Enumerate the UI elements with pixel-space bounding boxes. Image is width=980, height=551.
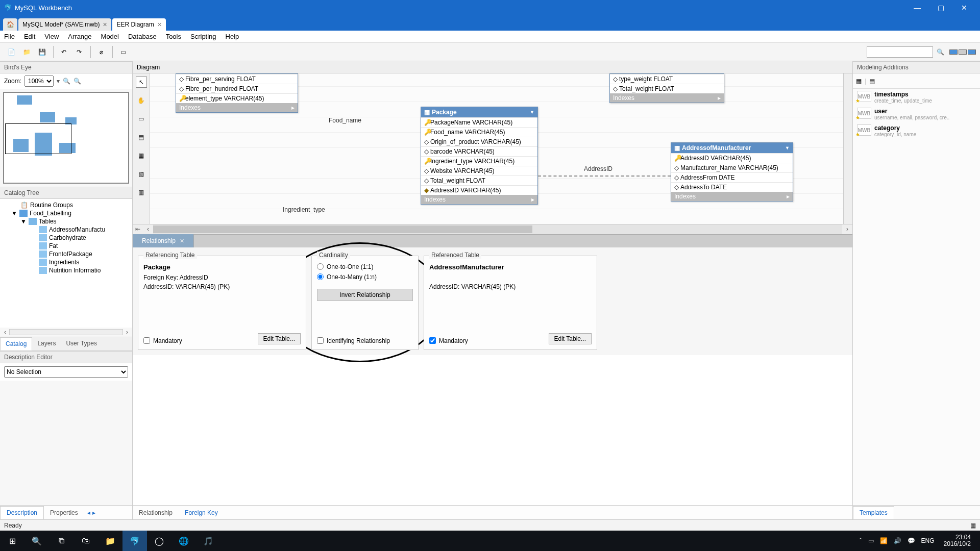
menu-edit[interactable]: Edit — [24, 33, 35, 40]
tool-layer[interactable] — [136, 132, 147, 143]
history-fwd-icon[interactable]: ▸ — [92, 509, 95, 516]
chrome-icon[interactable]: 🌐 — [172, 531, 196, 551]
menu-scripting[interactable]: Scripting — [190, 33, 216, 40]
tool-image[interactable] — [136, 168, 147, 180]
layout-mid-icon[interactable] — [959, 49, 967, 55]
template-item[interactable]: MWB categorycategory_id, name — [853, 122, 980, 139]
menu-tools[interactable]: Tools — [166, 33, 181, 40]
tab-eer-diagram[interactable]: EER Diagram ✕ — [112, 18, 165, 31]
volume-icon[interactable]: 🔊 — [894, 537, 901, 544]
canvas-hscrollbar[interactable]: ⇤‹ › — [133, 224, 852, 234]
tab-templates[interactable]: Templates — [853, 506, 894, 519]
tree-tables-folder[interactable]: Tables — [39, 218, 57, 225]
tab-model[interactable]: MySQL Model* (SAVE.mwb) ✕ — [18, 18, 111, 31]
edit-table-button-right[interactable]: Edit Table... — [549, 333, 592, 344]
catalog-tree[interactable]: 📋Routine Groups ▼Food_Labelling ▼Tables … — [0, 199, 132, 328]
diagram-canvas[interactable]: ◇Fibre_per_serving FLOAT ◇Fibre_per_hund… — [150, 73, 843, 224]
tree-scrollbar[interactable]: ‹› — [0, 328, 132, 337]
zoom-select[interactable]: 100% — [24, 76, 54, 87]
erd-table-partial-left[interactable]: ◇Fibre_per_serving FLOAT ◇Fibre_per_hund… — [176, 73, 298, 113]
close-icon[interactable]: ✕ — [103, 21, 107, 28]
erd-table-address[interactable]: ▦AddressofManufacturer▼ 🔑AddressID VARCH… — [671, 142, 793, 202]
start-button[interactable]: ⊞ — [0, 531, 24, 551]
tool-erase[interactable] — [136, 113, 147, 124]
mandatory-checkbox-right[interactable]: Mandatory — [429, 337, 468, 344]
tab-relationship[interactable]: Relationship — [133, 507, 179, 519]
identifying-checkbox[interactable]: Identifying Relationship — [317, 337, 413, 344]
birds-eye-view[interactable] — [3, 92, 129, 184]
tab-catalog[interactable]: Catalog — [0, 337, 32, 350]
tool-note[interactable] — [136, 150, 147, 161]
search-button[interactable] — [933, 45, 947, 59]
radio-one-to-one[interactable]: One-to-One (1:1) — [317, 263, 413, 270]
language-indicator[interactable]: ENG — [921, 537, 935, 544]
script-button[interactable]: ⌀ — [94, 45, 108, 59]
tab-user-types[interactable]: User Types — [61, 337, 102, 350]
search-input[interactable] — [867, 46, 933, 58]
close-button[interactable]: ✕ — [952, 0, 976, 15]
template-item[interactable]: MWB timestampscreate_time, update_time — [853, 89, 980, 106]
relationship-line[interactable] — [538, 176, 671, 177]
menu-model[interactable]: Model — [101, 33, 119, 40]
home-tab[interactable] — [3, 18, 17, 31]
invert-relationship-button[interactable]: Invert Relationship — [317, 289, 413, 301]
close-icon[interactable]: ✕ — [157, 21, 162, 28]
store-icon[interactable]: 🛍 — [74, 531, 98, 551]
system-tray[interactable]: ˄ ▭ 📶 🔊 💬 ENG — [854, 537, 940, 544]
close-icon[interactable]: ✕ — [180, 238, 184, 244]
zoom-in-icon[interactable]: 🔍 — [63, 78, 70, 85]
tab-description[interactable]: Description — [0, 506, 44, 519]
menu-view[interactable]: View — [44, 33, 59, 40]
maximize-button[interactable]: ▢ — [929, 0, 952, 15]
tree-table-item[interactable]: AddressofManufactu — [49, 226, 105, 233]
undo-button[interactable] — [57, 45, 71, 59]
tool-hand[interactable] — [136, 95, 147, 106]
erd-table-partial-right[interactable]: ◇type_weight FLOAT ◇Total_weight FLOAT I… — [609, 73, 724, 103]
grid-button[interactable]: ▭ — [116, 45, 130, 59]
tray-up-icon[interactable]: ˄ — [859, 537, 862, 544]
description-select[interactable]: No Selection — [4, 366, 128, 378]
add-template-icon[interactable]: ▦ — [856, 78, 862, 85]
tree-table-item[interactable]: Nutrition Informatio — [49, 267, 101, 274]
xbox-icon[interactable]: ◯ — [147, 531, 172, 551]
canvas-vscrollbar[interactable] — [843, 73, 852, 224]
tree-schema[interactable]: Food_Labelling — [30, 210, 71, 217]
open-button[interactable] — [19, 45, 34, 59]
workbench-task-icon[interactable]: 🐬 — [122, 531, 147, 551]
menu-arrange[interactable]: Arrange — [68, 33, 91, 40]
radio-one-to-many[interactable]: One-to-Many (1:n) — [317, 273, 413, 281]
redo-button[interactable] — [72, 45, 86, 59]
menu-database[interactable]: Database — [128, 33, 157, 40]
layout-left-icon[interactable] — [949, 49, 958, 55]
tree-table-item[interactable]: Fat — [49, 242, 58, 249]
spotify-icon[interactable]: 🎵 — [196, 531, 220, 551]
menu-help[interactable]: Help — [226, 33, 239, 40]
menu-file[interactable]: File — [4, 33, 15, 40]
template-item[interactable]: MWB userusername, email, password, cre.. — [853, 106, 980, 122]
tab-foreign-key[interactable]: Foreign Key — [179, 507, 224, 519]
battery-icon[interactable]: ▭ — [868, 537, 874, 544]
tool-pointer[interactable] — [136, 77, 147, 88]
explorer-icon[interactable]: 📁 — [98, 531, 122, 551]
erd-table-package[interactable]: ▦Package▼ 🔑PackageName VARCHAR(45) 🔑Food… — [421, 107, 538, 205]
zoom-out-icon[interactable]: 🔍 — [74, 78, 81, 85]
minimize-button[interactable]: — — [905, 0, 929, 15]
tree-routine-groups[interactable]: Routine Groups — [30, 202, 73, 209]
search-icon[interactable]: 🔍 — [24, 531, 49, 551]
notifications-icon[interactable]: 💬 — [908, 537, 915, 544]
tree-table-item[interactable]: Ingredients — [49, 259, 79, 266]
template-list-icon[interactable]: ▤ — [869, 78, 875, 85]
tool-table[interactable] — [136, 187, 147, 198]
wifi-icon[interactable]: 📶 — [880, 537, 888, 544]
tab-layers[interactable]: Layers — [32, 337, 61, 350]
tab-relationship-editor[interactable]: Relationship ✕ — [133, 234, 194, 247]
tree-table-item[interactable]: Carbohydrate — [49, 234, 86, 241]
edit-table-button-left[interactable]: Edit Table... — [258, 333, 301, 344]
new-button[interactable]: 📄 — [4, 45, 18, 59]
tree-table-item[interactable]: FrontofPackage — [49, 251, 92, 258]
save-button[interactable] — [35, 45, 49, 59]
history-back-icon[interactable]: ◂ — [87, 509, 90, 516]
taskbar-clock[interactable]: 23:04 2016/10/2 — [940, 534, 975, 547]
layout-right-icon[interactable] — [968, 49, 976, 55]
tab-properties[interactable]: Properties — [44, 507, 84, 519]
